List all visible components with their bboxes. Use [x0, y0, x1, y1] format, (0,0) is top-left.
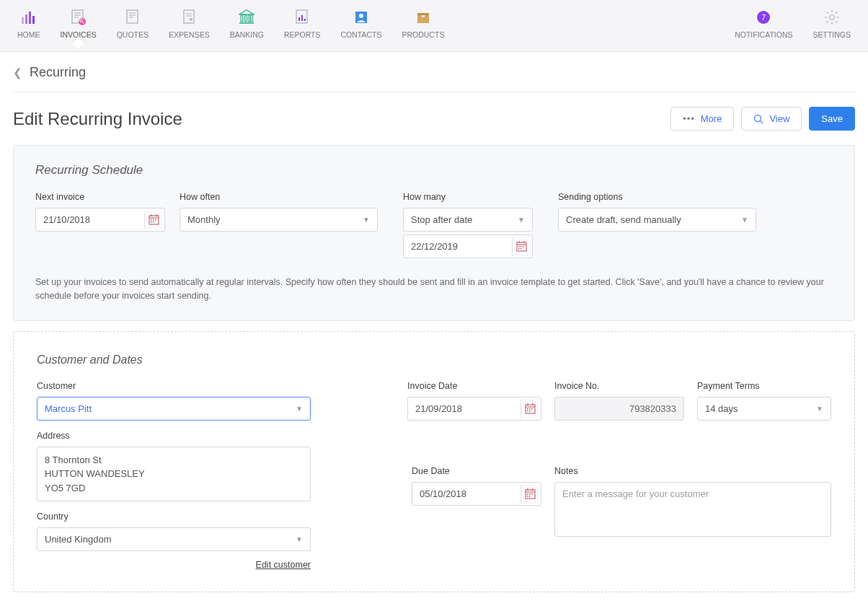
country-select[interactable]: United Kingdom ▼ [37, 527, 311, 551]
svg-rect-3 [32, 16, 35, 24]
svg-rect-33 [422, 15, 425, 17]
dots-icon: ••• [683, 113, 695, 124]
quote-icon [125, 9, 140, 25]
stop-date-input[interactable]: 22/12/2019 [403, 234, 533, 258]
save-button[interactable]: Save [809, 107, 855, 131]
country-label: Country [37, 511, 311, 522]
sending-options-label: Sending options [558, 192, 756, 202]
next-invoice-label: Next invoice [35, 192, 165, 202]
chevron-down-icon: ▼ [296, 535, 303, 543]
svg-rect-59 [521, 246, 522, 247]
svg-rect-77 [529, 493, 531, 495]
bank-icon [239, 9, 254, 25]
next-invoice-input[interactable]: 21/10/2018 [35, 208, 165, 232]
customer-select[interactable]: Marcus Pitt ▼ [37, 397, 311, 421]
top-nav: HOME INVOICES QUOTES EXPENSES BANKING RE… [0, 0, 868, 52]
notes-textarea[interactable]: Enter a message for your customer [554, 482, 831, 537]
nav-invoices[interactable]: INVOICES [61, 7, 97, 46]
svg-rect-22 [248, 15, 250, 22]
due-date-input[interactable]: 05/10/2018 [412, 482, 541, 506]
svg-rect-52 [151, 221, 152, 223]
svg-rect-79 [527, 496, 528, 497]
edit-customer-link[interactable]: Edit customer [256, 560, 311, 570]
invoice-number-input[interactable]: 793820333 [554, 397, 684, 421]
nav-expenses[interactable]: EXPENSES [169, 7, 210, 46]
more-button[interactable]: ••• More [670, 107, 734, 131]
svg-rect-49 [151, 219, 152, 221]
svg-rect-50 [153, 219, 154, 221]
svg-point-34 [829, 15, 834, 20]
schedule-panel: Recurring Schedule Next invoice 21/10/20… [13, 145, 855, 321]
svg-point-18 [190, 18, 192, 21]
schedule-heading: Recurring Schedule [35, 163, 833, 177]
nav-settings[interactable]: SETTINGS [812, 7, 851, 46]
nav-quotes[interactable]: QUOTES [117, 7, 149, 46]
svg-rect-80 [529, 496, 531, 497]
sending-options-select[interactable]: Create draft, send manually ▼ [558, 208, 756, 232]
calendar-icon [512, 237, 531, 256]
customer-heading: Customer and Dates [37, 354, 831, 366]
notes-label: Notes [554, 466, 831, 476]
nav-banking[interactable]: BANKING [230, 7, 264, 46]
address-textarea[interactable]: 8 Thornton St HUTTON WANDESLEY YO5 7GD [37, 447, 311, 502]
svg-rect-60 [523, 246, 524, 247]
svg-line-40 [836, 21, 837, 22]
svg-rect-20 [241, 15, 243, 22]
how-many-label: How many [403, 192, 533, 202]
svg-rect-23 [251, 15, 253, 22]
invoice-date-input[interactable]: 21/09/2018 [407, 397, 541, 421]
svg-line-41 [826, 21, 828, 22]
breadcrumb-label: Recurring [30, 65, 86, 80]
nav-notifications[interactable]: 7 NOTIFICATIONS [735, 7, 792, 46]
svg-rect-15 [184, 10, 194, 23]
svg-line-39 [826, 12, 828, 14]
invoice-date-label: Invoice Date [407, 381, 541, 391]
svg-point-30 [359, 14, 363, 18]
svg-rect-58 [518, 246, 520, 247]
how-often-select[interactable]: Monthly ▼ [180, 208, 378, 232]
receipt-icon [182, 9, 196, 25]
payment-terms-label: Payment Terms [697, 381, 831, 391]
calendar-icon [521, 399, 539, 418]
svg-rect-68 [529, 408, 531, 410]
invoice-number-label: Invoice No. [554, 381, 684, 391]
how-often-label: How often [180, 192, 378, 202]
breadcrumb[interactable]: ❮ Recurring [13, 65, 855, 92]
nav-products[interactable]: PRODUCTS [402, 7, 444, 46]
svg-line-44 [761, 120, 763, 123]
contact-icon [354, 10, 368, 25]
chevron-down-icon: ▼ [741, 216, 748, 224]
svg-marker-19 [239, 10, 254, 14]
calendar-icon [144, 211, 163, 229]
svg-rect-67 [527, 408, 528, 410]
gear-icon [824, 9, 840, 25]
chevron-down-icon: ▼ [296, 405, 303, 413]
svg-rect-70 [527, 410, 528, 412]
svg-rect-2 [29, 12, 31, 24]
nav-home[interactable]: HOME [17, 7, 40, 46]
view-button[interactable]: View [741, 107, 802, 131]
search-icon [753, 114, 763, 124]
svg-rect-51 [155, 219, 156, 221]
chevron-down-icon: ▼ [363, 216, 370, 224]
nav-contacts[interactable]: CONTACTS [340, 7, 381, 46]
nav-reports[interactable]: REPORTS [284, 7, 321, 46]
svg-rect-78 [531, 493, 533, 495]
svg-rect-1 [25, 14, 27, 24]
box-icon [416, 10, 430, 25]
svg-rect-61 [518, 248, 520, 250]
customer-label: Customer [37, 381, 311, 391]
page-title: Edit Recurring Invoice [13, 109, 182, 129]
svg-rect-62 [521, 248, 522, 250]
chevron-down-icon: ▼ [816, 405, 823, 413]
svg-rect-26 [298, 17, 300, 21]
how-many-select[interactable]: Stop after date ▼ [403, 208, 533, 232]
svg-line-42 [836, 12, 837, 14]
svg-rect-28 [304, 19, 306, 21]
calendar-icon [521, 485, 539, 504]
bars-icon [21, 10, 37, 25]
due-date-label: Due Date [412, 466, 541, 476]
payment-terms-select[interactable]: 14 days ▼ [697, 397, 831, 421]
svg-rect-27 [301, 15, 303, 21]
svg-point-43 [755, 115, 761, 121]
